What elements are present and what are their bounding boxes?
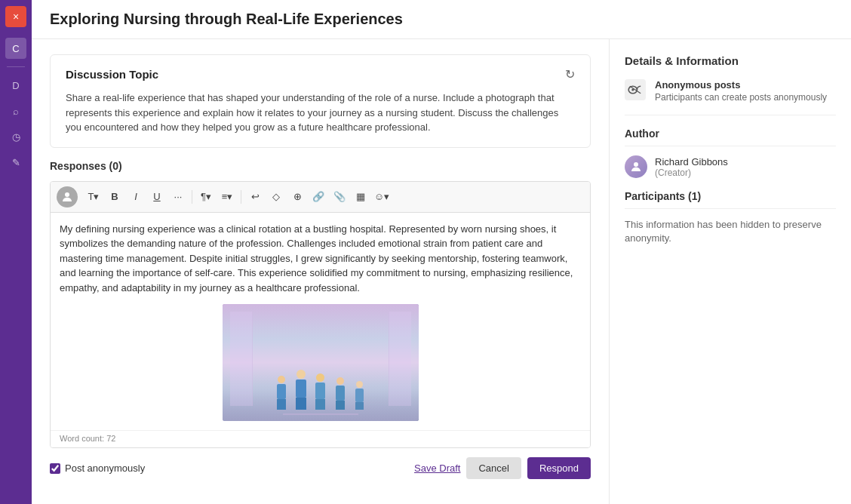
undo-button[interactable]: ↩ <box>245 188 265 206</box>
emoji-button[interactable]: ☺▾ <box>372 188 392 206</box>
author-item: Richard Gibbons (Creator) <box>625 155 836 178</box>
indent-button[interactable]: ≡▾ <box>217 188 237 206</box>
save-draft-button[interactable]: Save Draft <box>414 463 460 474</box>
author-role: (Creator) <box>655 167 728 178</box>
user-avatar <box>57 186 78 207</box>
refresh-icon[interactable]: ↻ <box>565 67 575 81</box>
topic-body-text: Share a real-life experience that has sh… <box>66 91 575 135</box>
sidebar-item-discussion[interactable]: D <box>5 75 26 96</box>
editor-body[interactable]: My defining nursing experience was a cli… <box>51 213 590 431</box>
svg-point-4 <box>634 162 638 167</box>
respond-button[interactable]: Respond <box>527 457 591 479</box>
anonymous-posts-title: Anonymous posts <box>655 79 827 91</box>
svg-point-0 <box>65 192 69 197</box>
nurse-4 <box>333 377 347 410</box>
left-sidebar: × C D ⌕ ◷ ✎ <box>0 0 32 504</box>
responses-header: Responses (0) <box>50 160 591 172</box>
editor-footer: Post anonymously Save Draft Cancel Respo… <box>50 457 591 479</box>
anonymous-posts-icon <box>625 79 646 100</box>
footer-buttons: Save Draft Cancel Respond <box>414 457 591 479</box>
topic-section-title: Discussion Topic <box>66 68 158 81</box>
author-avatar <box>625 155 647 178</box>
participants-hidden-message: This information has been hidden to pres… <box>625 218 836 245</box>
nurse-3 <box>314 373 327 410</box>
editor-text-content: My defining nursing experience was a cli… <box>60 222 581 296</box>
close-button[interactable]: × <box>5 6 26 27</box>
clock-icon: ◷ <box>12 131 20 143</box>
sidebar-item-search[interactable]: ⌕ <box>5 100 26 121</box>
clear-format-button[interactable]: ◇ <box>266 188 286 206</box>
participants-section: Participants (1) This information has be… <box>625 190 836 245</box>
image-button[interactable]: ▦ <box>351 188 370 206</box>
title-bar: Exploring Nursing through Real-Life Expe… <box>32 0 851 39</box>
bold-button[interactable]: B <box>105 188 124 206</box>
sidebar-item-clock[interactable]: ◷ <box>5 126 26 147</box>
sidebar-item-content[interactable]: C <box>5 38 26 59</box>
discussion-area: Discussion Topic ↻ Share a real-life exp… <box>32 39 610 504</box>
word-count: Word count: 72 <box>51 430 590 447</box>
content-icon: C <box>12 43 19 54</box>
attachment-button[interactable]: 📎 <box>330 188 349 206</box>
paragraph-button[interactable]: ¶▾ <box>196 188 216 206</box>
discussion-icon: D <box>12 80 19 91</box>
cancel-button[interactable]: Cancel <box>466 457 521 479</box>
search-icon: ⌕ <box>13 106 19 117</box>
anonymous-posts-info: Anonymous posts Participants can create … <box>625 79 836 115</box>
editor-container: T▾ B I U ··· ¶▾ ≡▾ ↩ ◇ ⊕ 🔗 📎 ▦ ☺▾ <box>50 181 591 449</box>
participants-section-title: Participants (1) <box>625 190 836 209</box>
sidebar-divider <box>7 66 25 67</box>
right-panel: Details & Information Anonymous posts Pa… <box>610 39 851 504</box>
topic-card: Discussion Topic ↻ Share a real-life exp… <box>50 54 591 148</box>
nurse-1 <box>275 376 288 410</box>
text-format-button[interactable]: T▾ <box>84 188 103 206</box>
editor-toolbar: T▾ B I U ··· ¶▾ ≡▾ ↩ ◇ ⊕ 🔗 📎 ▦ ☺▾ <box>51 182 590 213</box>
anonymous-posts-text: Anonymous posts Participants can create … <box>655 79 827 103</box>
nurse-2 <box>294 370 308 410</box>
anonymous-posts-subtitle: Participants can create posts anonymousl… <box>655 92 827 103</box>
nurse-figures <box>275 370 367 410</box>
page-title: Exploring Nursing through Real-Life Expe… <box>50 11 403 27</box>
toolbar-sep-2 <box>241 190 241 204</box>
post-anonymously-label[interactable]: Post anonymously <box>50 463 145 474</box>
italic-button[interactable]: I <box>126 188 146 206</box>
link-button[interactable]: 🔗 <box>309 188 328 206</box>
author-info: Richard Gibbons (Creator) <box>655 156 728 178</box>
embedded-image <box>223 304 419 421</box>
editor-image-container <box>60 304 581 421</box>
topic-header: Discussion Topic ↻ <box>66 67 575 81</box>
content-area: Discussion Topic ↻ Share a real-life exp… <box>32 39 851 504</box>
internal-link-button[interactable]: ⊕ <box>287 188 307 206</box>
sidebar-item-edit[interactable]: ✎ <box>5 152 26 173</box>
post-anonymously-checkbox[interactable] <box>50 463 60 474</box>
underline-button[interactable]: U <box>147 188 167 206</box>
main-panel: Exploring Nursing through Real-Life Expe… <box>32 0 851 504</box>
post-anonymously-text: Post anonymously <box>65 463 145 474</box>
right-panel-title: Details & Information <box>625 54 836 67</box>
more-text-button[interactable]: ··· <box>168 188 188 206</box>
toolbar-sep-1 <box>192 190 192 204</box>
author-name: Richard Gibbons <box>655 156 728 167</box>
nurse-5 <box>353 381 367 410</box>
edit-icon: ✎ <box>12 157 20 168</box>
author-section-title: Author <box>625 128 836 146</box>
